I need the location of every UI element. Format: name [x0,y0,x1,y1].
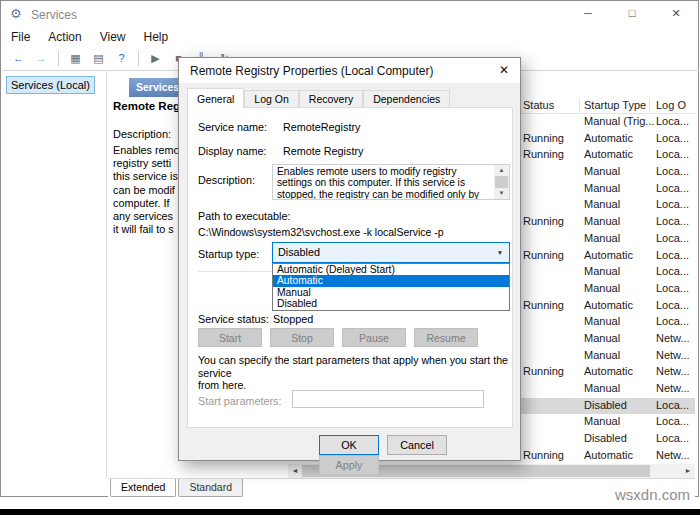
minimize-button[interactable]: ─ [566,1,610,26]
description-label: Description: [113,128,171,140]
dropdown-option[interactable]: Disabled [273,298,509,309]
dialog-title: Remote Registry Properties (Local Comput… [190,64,433,78]
service-name-label: Service name: [198,121,267,133]
column-header-status[interactable]: Status [523,99,581,111]
column-header-logon[interactable]: Log O [656,99,695,111]
menu-item-help[interactable]: Help [135,27,178,47]
toolbar-separator [58,51,59,66]
scroll-right-icon[interactable]: ► [681,464,695,478]
cell-log-on: Loca... [656,399,695,411]
dropdown-option[interactable]: Manual [273,287,509,298]
view-tabs: ExtendedStandard [108,478,695,497]
description-line: registry setti [113,157,180,170]
window-controls: ─□✕ [566,1,698,27]
cell-log-on: Loca... [656,148,695,160]
cell-startup-type: Manual [584,232,656,244]
view-tab-standard[interactable]: Standard [178,479,243,497]
cell-startup-type: Automatic [584,148,656,160]
start-button: Start [198,328,262,347]
forward-arrow-icon[interactable]: → [32,50,51,67]
watermark: wsxdn.com [615,486,690,503]
cell-log-on: Loca... [656,182,695,194]
ok-button[interactable]: OK [319,435,379,455]
cell-startup-type: Manual [584,215,656,227]
tab-dependencies[interactable]: Dependencies [363,90,450,107]
dropdown-option[interactable]: Automatic (Delayed Start) [273,264,509,275]
description-line: Enables remo [113,144,180,157]
tab-general[interactable]: General [187,88,244,108]
cancel-button[interactable]: Cancel [387,435,447,455]
menu-item-action[interactable]: Action [39,27,90,47]
tree-item-services-local[interactable]: Services (Local) [6,76,95,94]
cell-startup-type: Manual [584,332,656,344]
close-button[interactable]: ✕ [654,1,698,26]
cell-status: Running [523,132,581,144]
dropdown-option[interactable]: Automatic [273,275,509,286]
chevron-down-icon: ▼ [491,243,509,262]
cell-log-on: Netw... [656,365,695,377]
startup-type-selected-value: Disabled [278,246,320,258]
scrollbar-thumb[interactable] [495,176,508,188]
startup-type-select[interactable]: Disabled ▼ [272,242,510,263]
cell-log-on: Loca... [656,432,695,444]
scroll-left-icon[interactable]: ◄ [288,464,302,478]
properties-icon[interactable]: ▤ [89,50,108,67]
cell-startup-type: Manual [584,315,656,327]
cell-startup-type: Disabled [584,432,656,444]
resume-button: Resume [414,328,478,347]
cell-log-on: Netw... [656,382,695,394]
cell-log-on: Loca... [656,249,695,261]
title-bar: ⚙ Services ─□✕ [1,1,698,27]
cell-log-on: Netw... [656,349,695,361]
start-parameters-label: Start parameters: [198,395,281,407]
back-arrow-icon[interactable]: ← [9,50,28,67]
description-label: Description: [198,174,255,186]
cell-status: Running [523,249,581,261]
cell-log-on: Loca... [656,132,695,144]
tab-recovery[interactable]: Recovery [299,90,363,107]
scroll-down-icon[interactable]: ▼ [494,188,509,199]
service-control-buttons: StartStopPauseResume [198,328,498,348]
cell-status: Running [523,365,581,377]
cell-log-on: Netw... [656,449,695,461]
description-text: Enables remote users to modify registry … [277,166,493,199]
tab-log-on[interactable]: Log On [244,90,298,107]
services-app-icon: ⚙ [10,6,26,22]
cell-log-on: Loca... [656,415,695,427]
description-textbox[interactable]: Enables remote users to modify registry … [272,164,510,200]
toolbar-separator [138,51,139,66]
cell-startup-type: Automatic [584,299,656,311]
scroll-up-icon[interactable]: ▲ [494,165,509,176]
cell-startup-type: Manual (Trig... [584,115,656,127]
service-status-label: Service status: [198,313,269,325]
cell-status: Running [523,215,581,227]
cell-status: Running [523,299,581,311]
start-params-help: You can specify the start parameters tha… [198,354,512,392]
cell-startup-type: Automatic [584,132,656,144]
cell-startup-type: Manual [584,349,656,361]
properties-dialog: Remote Registry Properties (Local Comput… [178,57,521,461]
service-name-value: RemoteRegistry [283,121,360,133]
service-status-value: Stopped [273,313,313,325]
cell-startup-type: Manual [584,415,656,427]
window-title: Services [31,8,77,22]
menu-item-file[interactable]: File [2,27,39,47]
view-tab-extended[interactable]: Extended [110,479,176,497]
cell-startup-type: Manual [584,198,656,210]
start-service-icon[interactable]: ▶ [146,50,165,67]
column-header-startup[interactable]: Startup Type [584,99,656,111]
pause-button: Pause [342,328,406,347]
dialog-tabs: GeneralLog OnRecoveryDependencies [187,90,450,107]
cell-log-on: Loca... [656,215,695,227]
description-scrollbar[interactable]: ▲ ▼ [494,165,509,199]
dialog-close-icon[interactable]: ✕ [488,58,520,83]
help-text-line: You can specify the start parameters tha… [198,354,512,379]
show-console-tree-icon[interactable]: ▦ [66,50,85,67]
cell-startup-type: Manual [584,382,656,394]
cell-log-on: Loca... [656,165,695,177]
cell-log-on: Loca... [656,265,695,277]
menu-item-view[interactable]: View [91,27,135,47]
cell-status: Running [523,148,581,160]
maximize-button[interactable]: □ [610,1,654,26]
help-icon[interactable]: ? [112,50,131,67]
